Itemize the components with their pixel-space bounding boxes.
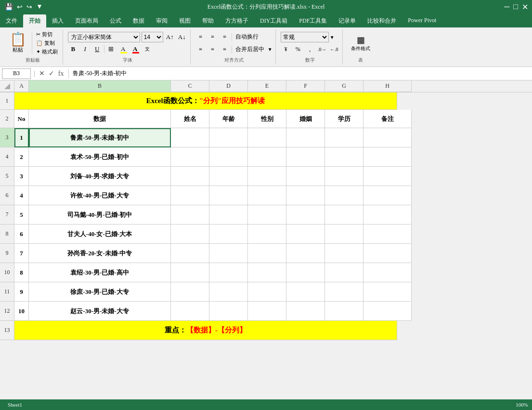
cell-3-E[interactable]: [248, 128, 286, 147]
cell-2-H[interactable]: 备注: [363, 110, 412, 128]
cell-reference-box[interactable]: B3: [2, 68, 31, 79]
decrease-decimal-button[interactable]: ←.0: [329, 44, 339, 54]
cell-7-B[interactable]: 司马懿-40-男-已婚-初中: [29, 205, 171, 225]
cell-11-H[interactable]: [363, 282, 412, 302]
cell-11-D[interactable]: [209, 282, 248, 302]
row-header-3[interactable]: 3: [0, 128, 14, 147]
col-header-G[interactable]: G: [325, 80, 363, 92]
cell-11-G[interactable]: [325, 282, 363, 302]
cell-4-D[interactable]: [209, 147, 248, 167]
cell-5-D[interactable]: [209, 167, 248, 186]
cell-10-C[interactable]: [171, 263, 209, 282]
col-header-F[interactable]: F: [286, 80, 325, 92]
cell-9-B[interactable]: 孙尚香-20-女-未婚-中专: [29, 244, 171, 263]
tab-data[interactable]: 数据: [127, 14, 150, 27]
cell-6-H[interactable]: [363, 186, 412, 205]
cell-7-F[interactable]: [286, 205, 325, 225]
cell-11-A[interactable]: 9: [14, 282, 29, 302]
cell-3-A[interactable]: 1: [14, 128, 29, 147]
cell-8-F[interactable]: [286, 225, 325, 244]
tab-diy[interactable]: DIY工具箱: [254, 14, 293, 27]
cell-8-D[interactable]: [209, 225, 248, 244]
cell-9-H[interactable]: [363, 244, 412, 263]
align-mid-left-btn[interactable]: ≡: [195, 44, 206, 55]
col-header-E[interactable]: E: [248, 80, 286, 92]
wrap-text-button[interactable]: 自动换行: [234, 32, 260, 41]
cell-3-G[interactable]: [325, 128, 363, 147]
tab-insert[interactable]: 插入: [46, 14, 69, 27]
currency-button[interactable]: ¥: [281, 44, 291, 54]
cell-1-title[interactable]: Excel函数公式： "分列"应用技巧解读: [14, 93, 397, 110]
close-btn[interactable]: ✕: [522, 2, 528, 12]
align-mid-center-btn[interactable]: ≡: [208, 44, 218, 55]
align-top-center-btn[interactable]: ≡: [208, 32, 218, 42]
cell-7-G[interactable]: [325, 205, 363, 225]
cell-6-E[interactable]: [248, 186, 286, 205]
cell-12-C[interactable]: [171, 302, 209, 321]
tab-review[interactable]: 审阅: [150, 14, 173, 27]
cell-2-A[interactable]: No: [14, 110, 29, 128]
cell-5-A[interactable]: 3: [14, 167, 29, 186]
cell-10-H[interactable]: [363, 263, 412, 282]
cell-5-C[interactable]: [171, 167, 209, 186]
row-header-8[interactable]: 8: [0, 225, 14, 244]
cell-4-B[interactable]: 袁术-50-男-已婚-初中: [29, 147, 171, 167]
cell-11-C[interactable]: [171, 282, 209, 302]
conditional-format-button[interactable]: ▦ 条件格式: [348, 34, 374, 53]
cell-5-G[interactable]: [325, 167, 363, 186]
row-header-13[interactable]: 13: [0, 321, 14, 340]
cell-4-H[interactable]: [363, 147, 412, 167]
cell-3-H[interactable]: [363, 128, 412, 147]
cell-10-B[interactable]: 袁绍-30-男-已婚-高中: [29, 263, 171, 282]
cell-5-E[interactable]: [248, 167, 286, 186]
merge-dropdown-icon[interactable]: ▼: [268, 47, 272, 52]
col-header-B[interactable]: B: [29, 80, 171, 92]
tab-view[interactable]: 视图: [173, 14, 196, 27]
cell-12-F[interactable]: [286, 302, 325, 321]
col-header-H[interactable]: H: [363, 80, 412, 92]
row-header-2[interactable]: 2: [0, 110, 14, 128]
paste-button[interactable]: 📋 粘贴: [6, 30, 30, 56]
formula-input[interactable]: [73, 70, 530, 77]
tab-compare[interactable]: 比较和合并: [362, 14, 402, 27]
cell-8-G[interactable]: [325, 225, 363, 244]
fill-color-button[interactable]: A: [118, 44, 129, 54]
row-header-9[interactable]: 9: [0, 244, 14, 263]
cell-11-F[interactable]: [286, 282, 325, 302]
cell-5-H[interactable]: [363, 167, 412, 186]
cell-6-A[interactable]: 4: [14, 186, 29, 205]
cell-7-A[interactable]: 5: [14, 205, 29, 225]
tab-help[interactable]: 帮助: [196, 14, 220, 27]
cell-6-C[interactable]: [171, 186, 209, 205]
cut-button[interactable]: ✂ 剪切: [34, 30, 60, 39]
cell-3-B[interactable]: 鲁肃-50-男-未婚-初中: [29, 128, 171, 147]
confirm-formula-btn[interactable]: ✓: [48, 68, 55, 79]
cell-9-F[interactable]: [286, 244, 325, 263]
undo-quick-btn[interactable]: ↩: [16, 2, 24, 12]
cell-4-E[interactable]: [248, 147, 286, 167]
format-painter-button[interactable]: ✦ 格式刷: [34, 48, 60, 56]
row-header-11[interactable]: 11: [0, 282, 14, 302]
cell-12-D[interactable]: [209, 302, 248, 321]
cell-13-title[interactable]: 重点： 【数据】-【分列】: [14, 321, 397, 340]
minimize-btn[interactable]: ─: [504, 2, 509, 12]
font-family-select[interactable]: 方正小标宋简体: [68, 32, 140, 42]
increase-decimal-button[interactable]: .0→: [317, 44, 327, 54]
cell-4-A[interactable]: 2: [14, 147, 29, 167]
cell-9-E[interactable]: [248, 244, 286, 263]
row-header-5[interactable]: 5: [0, 167, 14, 186]
cell-6-D[interactable]: [209, 186, 248, 205]
cell-7-C[interactable]: [171, 205, 209, 225]
cell-10-E[interactable]: [248, 263, 286, 282]
align-top-left-btn[interactable]: ≡: [195, 32, 206, 42]
cell-6-G[interactable]: [325, 186, 363, 205]
cell-2-B[interactable]: 数据: [29, 110, 171, 128]
percent-button[interactable]: %: [293, 44, 303, 54]
cell-8-H[interactable]: [363, 225, 412, 244]
cell-3-D[interactable]: [209, 128, 248, 147]
cell-12-G[interactable]: [325, 302, 363, 321]
row-header-10[interactable]: 10: [0, 263, 14, 282]
num-dropdown-icon[interactable]: ▼: [330, 35, 335, 40]
cell-10-A[interactable]: 8: [14, 263, 29, 282]
row-header-1[interactable]: 1: [0, 93, 14, 110]
